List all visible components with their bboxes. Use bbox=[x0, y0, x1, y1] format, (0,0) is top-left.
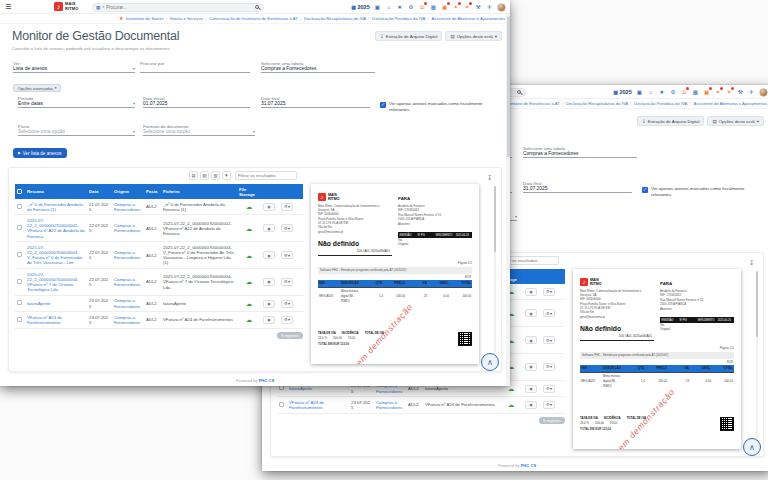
row-checkbox[interactable] bbox=[17, 279, 22, 284]
row-options-button[interactable]: ⚙▾ bbox=[281, 316, 293, 324]
view-document-button[interactable]: ◉ bbox=[525, 385, 537, 393]
nav-link[interactable]: Assistente de Aberturas e Apuramentos bbox=[431, 16, 505, 21]
support-icon[interactable]: ☏ bbox=[681, 89, 688, 96]
user-avatar[interactable] bbox=[497, 3, 506, 12]
row-resumo[interactable]: 2025-07-22_2_0000000700000002-VFatura nº… bbox=[25, 215, 87, 242]
global-search[interactable]: ▦ ▾ bbox=[92, 3, 264, 12]
resumo-link[interactable]: faturaAjente bbox=[289, 386, 312, 391]
chat-icon[interactable]: ✦ bbox=[452, 4, 459, 11]
row-view[interactable]: ◉ bbox=[523, 327, 541, 354]
row-resumo[interactable]: faturaAjente bbox=[25, 295, 87, 311]
support-icon[interactable]: ☏ bbox=[419, 4, 426, 11]
filter-results-input[interactable] bbox=[235, 171, 297, 180]
file-storage-cloud-icon[interactable]: ☁ bbox=[239, 253, 259, 258]
row-view[interactable]: ◉ bbox=[523, 380, 541, 396]
row-select[interactable] bbox=[15, 295, 25, 311]
nav-link[interactable]: Assistente de Aberturas e Apuramentos bbox=[693, 101, 767, 106]
nav-link[interactable]: Declaração Recapitulativa do IVA bbox=[304, 16, 366, 21]
row-view[interactable]: ◉ bbox=[261, 199, 279, 215]
table-row[interactable]: VFatura nº A24 de FareInstrumentos23.07.… bbox=[15, 312, 303, 328]
view-document-button[interactable]: ◉ bbox=[525, 363, 537, 371]
folder-select[interactable]: Selecione uma opção▾ bbox=[18, 127, 135, 136]
global-search-input[interactable] bbox=[106, 5, 253, 10]
format-select[interactable]: Selecione uma opção▾ bbox=[143, 127, 255, 136]
row-options[interactable]: ⚙▾ bbox=[541, 397, 565, 413]
screen-options-button[interactable]: ▤Opções deste ecrã▾ bbox=[445, 31, 502, 41]
nav-link[interactable]: Declaração Recapitulativa do IVA bbox=[566, 101, 628, 106]
table-row[interactable]: 2025-07-22_2_0000000700000004-VFatura nº… bbox=[15, 269, 303, 296]
end-date-input[interactable]: 31.07.2025 bbox=[261, 99, 370, 108]
row-select[interactable] bbox=[15, 312, 25, 328]
row-options[interactable]: ⚙▾ bbox=[541, 327, 565, 354]
view-document-button[interactable]: ◉ bbox=[263, 251, 275, 259]
search-by-input[interactable] bbox=[140, 64, 250, 73]
row-options-button[interactable]: ⚙▾ bbox=[281, 251, 293, 259]
start-date-input[interactable]: 01.07.2025 bbox=[143, 99, 250, 108]
resumo-link[interactable]: faturaAjente bbox=[27, 301, 50, 306]
comments-icon[interactable]: ▣ bbox=[636, 89, 643, 96]
view-document-button[interactable]: ◉ bbox=[525, 309, 537, 317]
row-resumo[interactable]: VFatura nº A24 de FareInstrumentos bbox=[287, 397, 349, 413]
row-options-button[interactable]: ⚙▾ bbox=[543, 309, 555, 317]
fiscal-year-selector[interactable]: ▦2025 bbox=[351, 4, 369, 10]
file-storage-cloud-icon[interactable]: ☁ bbox=[239, 279, 259, 284]
row-options[interactable]: ⚙▾ bbox=[279, 269, 303, 296]
resumo-link[interactable]: VFatura nº A24 de FareInstrumentos bbox=[289, 400, 324, 410]
row-options[interactable]: ⚙▾ bbox=[541, 284, 565, 300]
resumo-link[interactable]: 2025-07-22_2_0000000700000003-V_Fatura n… bbox=[27, 245, 83, 266]
nav-link[interactable]: Inventário de Stocks bbox=[126, 16, 164, 21]
row-options[interactable]: ⚙▾ bbox=[279, 312, 303, 328]
inbox-icon[interactable]: ▣ bbox=[441, 4, 448, 11]
period-select[interactable]: Entre datas▾ bbox=[18, 99, 135, 108]
nav-link[interactable]: Declaração Periódica do IVA bbox=[372, 16, 425, 21]
search-scope-icon[interactable]: ▦ bbox=[96, 5, 100, 10]
calendar-icon[interactable]: ▦ bbox=[430, 4, 437, 11]
row-origem[interactable]: Compras a Fornecedores bbox=[112, 199, 144, 215]
preview-scrollbar[interactable] bbox=[756, 271, 759, 445]
select-all-checkbox[interactable] bbox=[17, 189, 22, 194]
row-select[interactable] bbox=[15, 242, 25, 269]
row-options[interactable]: ⚙▾ bbox=[279, 199, 303, 215]
digital-archive-extract-button[interactable]: ↧Extração de Arquivo Digital bbox=[375, 31, 442, 41]
user-avatar[interactable] bbox=[759, 88, 768, 97]
view-document-button[interactable]: ◉ bbox=[525, 288, 537, 296]
chat-icon[interactable]: ✦ bbox=[714, 89, 721, 96]
row-origem[interactable]: Compras a Fornecedores bbox=[112, 215, 144, 242]
row-options-button[interactable]: ⚙▾ bbox=[543, 385, 555, 393]
origem-link[interactable]: Compras a Fornecedores bbox=[114, 298, 141, 308]
row-options-button[interactable]: ⚙▾ bbox=[543, 288, 555, 296]
view-document-button[interactable]: ◉ bbox=[263, 300, 275, 308]
nav-link[interactable]: Declaração Periódica do IVA bbox=[634, 101, 687, 106]
row-view[interactable]: ◉ bbox=[261, 312, 279, 328]
row-options-button[interactable]: ⚙▾ bbox=[543, 363, 555, 371]
row-checkbox[interactable] bbox=[17, 225, 22, 230]
filter-menu-button[interactable]: ▼ bbox=[222, 171, 231, 180]
row-origem[interactable]: Compras a Fornecedores bbox=[112, 312, 144, 328]
row-options-button[interactable]: ⚙▾ bbox=[543, 401, 555, 409]
row-file-storage[interactable]: ☁ bbox=[237, 269, 261, 296]
window-scrollbar[interactable] bbox=[506, 14, 510, 386]
view-document-button[interactable]: ◉ bbox=[263, 278, 275, 286]
table-select-input[interactable]: Compras a Fornecedores bbox=[523, 149, 637, 158]
fiscally-relevant-checkbox[interactable]: ✓ bbox=[380, 102, 386, 108]
teams-chat-icon[interactable]: ✦ bbox=[463, 4, 470, 11]
row-options-button[interactable]: ⚙▾ bbox=[281, 224, 293, 232]
view-select[interactable]: Lista de anexos▾ bbox=[13, 64, 135, 73]
row-options-button[interactable]: ⚙▾ bbox=[281, 203, 293, 211]
copy-button[interactable]: ▧ bbox=[200, 171, 209, 180]
row-origem[interactable]: Compras a Fornecedores bbox=[112, 242, 144, 269]
file-storage-cloud-icon[interactable]: ☁ bbox=[501, 386, 521, 391]
row-resumo[interactable]: VFatura nº A24 de FareInstrumentos bbox=[25, 312, 87, 328]
fiscal-year-selector[interactable]: ▦2025 bbox=[613, 89, 631, 95]
row-origem[interactable]: Compras a Fornecedores bbox=[112, 295, 144, 311]
row-view[interactable]: ◉ bbox=[261, 269, 279, 296]
favorites-icon[interactable]: ★ bbox=[658, 89, 665, 96]
file-storage-cloud-icon[interactable]: ☁ bbox=[239, 226, 259, 231]
comments-icon[interactable]: ▣ bbox=[374, 4, 381, 11]
row-resumo[interactable]: 2025-07-22_2_0000000700000004-VFatura nº… bbox=[25, 269, 87, 296]
resumo-link[interactable]: _nº 0 de Fornecedor Anabela da Fonseca (… bbox=[27, 202, 83, 212]
file-storage-cloud-icon[interactable]: ☁ bbox=[239, 317, 259, 322]
table-row[interactable]: VFatura nº A24 de FareInstrumentos23.07.… bbox=[277, 397, 565, 413]
nav-link[interactable]: Comunicação de Inventário de Existências… bbox=[209, 16, 298, 21]
inbox-icon[interactable]: ▣ bbox=[703, 89, 710, 96]
